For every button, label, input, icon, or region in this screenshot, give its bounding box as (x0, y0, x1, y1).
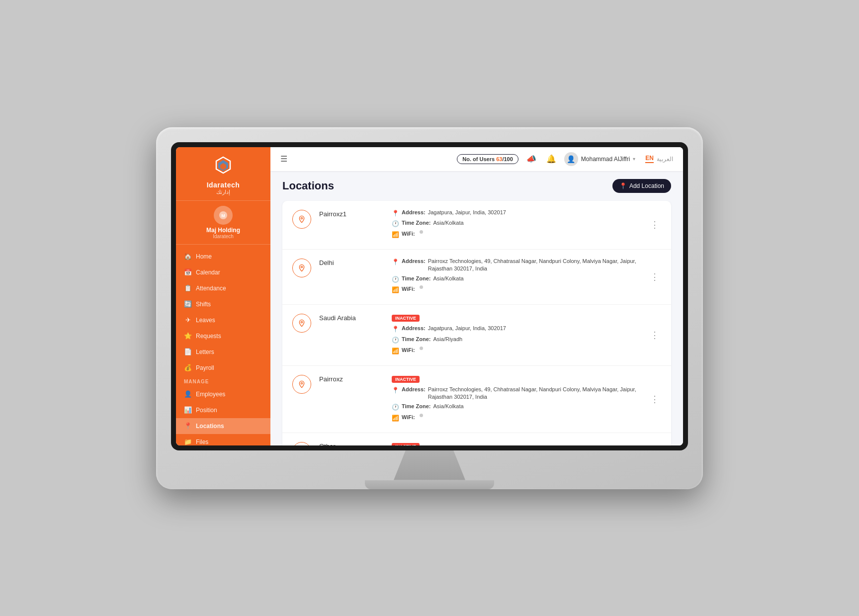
monitor-base (365, 480, 494, 489)
location-row: Other Inactive 📍 Address: Kumhrar, Patna… (282, 433, 671, 445)
sidebar-item-requests[interactable]: ⭐ Requests (176, 328, 270, 344)
sidebar-item-shifts[interactable]: 🔄 Shifts (176, 296, 270, 312)
clock-icon-3: 🕐 (392, 336, 399, 345)
address-line-1: 📍 Address: Jagatpura, Jaipur, India, 302… (392, 209, 640, 218)
location-details-2: 📍 Address: Pairroxz Technologies, 49, Ch… (392, 258, 640, 296)
main-content: ☰ No. of Users 63/100 📣 🔔 👤 Mohammad AlJ… (270, 147, 683, 445)
monitor: Idaratech إدارتك M Maj Holding Idaratech (156, 127, 703, 489)
wifi-icon-4: 📶 (392, 414, 399, 423)
sidebar-item-employees[interactable]: 👤 Employees (176, 386, 270, 402)
svg-point-7 (301, 322, 302, 323)
location-name-5: Other (319, 442, 384, 445)
lang-ar[interactable]: العربية (657, 156, 673, 163)
logo-icon (211, 155, 235, 179)
sidebar-item-letters[interactable]: 📄 Letters (176, 344, 270, 360)
location-row: Delhi 📍 Address: Pairroxz Technologies, … (282, 250, 671, 305)
location-row: Pairroxz1 📍 Address: Jagatpura, Jaipur, … (282, 201, 671, 250)
svg-point-5 (301, 217, 302, 219)
shifts-icon: 🔄 (184, 300, 192, 308)
menu-icon[interactable]: ☰ (280, 154, 287, 164)
lang-en[interactable]: EN (645, 155, 654, 163)
clock-icon-4: 🕐 (392, 403, 399, 412)
logo-area: Idaratech إدارتك (176, 147, 270, 201)
address-icon-3: 📍 (392, 325, 399, 334)
user-dropdown-icon: ▾ (633, 156, 635, 162)
user-name: Mohammad AlJiffri (581, 156, 630, 163)
address-line-3: 📍 Address: Jagatpura, Jaipur, India, 302… (392, 325, 640, 334)
location-name-3: Saudi Arabia (319, 314, 384, 322)
wifi-icon-2: 📶 (392, 286, 399, 294)
inactive-badge-5: Inactive (392, 443, 420, 445)
inactive-badge-4: Inactive (392, 376, 420, 383)
location-icon-4 (292, 375, 311, 394)
screen: Idaratech إدارتك M Maj Holding Idaratech (176, 147, 683, 445)
attendance-icon: 📋 (184, 284, 192, 292)
company-name: Maj Holding (182, 227, 264, 234)
requests-icon: ⭐ (184, 332, 192, 340)
clock-icon-2: 🕐 (392, 275, 399, 284)
sidebar-item-home[interactable]: 🏠 Home (176, 249, 270, 264)
wifi-dot-3 (420, 347, 423, 350)
location-icon-5 (292, 442, 311, 445)
wifi-line-1: 📶 WiFi: (392, 230, 640, 239)
page-title: Locations (282, 179, 334, 192)
locations-list: Pairroxz1 📍 Address: Jagatpura, Jaipur, … (282, 201, 671, 445)
topbar: ☰ No. of Users 63/100 📣 🔔 👤 Mohammad AlJ… (270, 147, 683, 171)
avatar: 👤 (564, 152, 578, 166)
address-icon-1: 📍 (392, 209, 399, 218)
page-content: Locations 📍 Add Location (270, 171, 683, 445)
monitor-stand (390, 450, 469, 480)
brand-arabic: إدارتك (182, 189, 264, 195)
timezone-line-3: 🕐 Time Zone: Asia/Riyadh (392, 336, 640, 345)
address-line-4: 📍 Address: Pairroxz Technologies, 49, Ch… (392, 386, 640, 401)
location-details-1: 📍 Address: Jagatpura, Jaipur, India, 302… (392, 209, 640, 241)
user-info[interactable]: 👤 Mohammad AlJiffri ▾ (564, 152, 635, 166)
timezone-line-2: 🕐 Time Zone: Asia/Kolkata (392, 275, 640, 284)
nav-section: 🏠 Home 📅 Calendar 📋 Attendance 🔄 Shifts (176, 245, 270, 445)
brand-name: Idaratech (182, 181, 264, 189)
bell-icon[interactable]: 🔔 (544, 152, 558, 166)
company-section: M Maj Holding Idaratech (176, 201, 270, 245)
location-icon-1 (292, 210, 311, 229)
location-icon-3 (292, 314, 311, 333)
location-menu-4[interactable]: ⋮ (648, 394, 661, 405)
sidebar-item-files[interactable]: 📁 Files (176, 434, 270, 445)
sidebar-item-leaves[interactable]: ✈ Leaves (176, 312, 270, 328)
svg-point-8 (301, 382, 302, 384)
page-header: Locations 📍 Add Location (282, 179, 671, 193)
clock-icon-1: 🕐 (392, 220, 399, 228)
inactive-badge-3: Inactive (392, 315, 420, 322)
files-icon: 📁 (184, 438, 192, 445)
location-details-3: Inactive 📍 Address: Jagatpura, Jaipur, I… (392, 313, 640, 357)
megaphone-icon[interactable]: 📣 (524, 152, 538, 166)
wifi-line-3: 📶 WiFi: (392, 347, 640, 355)
sidebar-item-payroll[interactable]: 💰 Payroll (176, 360, 270, 376)
wifi-line-2: 📶 WiFi: (392, 285, 640, 294)
users-badge: No. of Users 63/100 (457, 154, 518, 164)
payroll-icon: 💰 (184, 364, 192, 372)
wifi-dot-2 (420, 285, 423, 289)
location-menu-1[interactable]: ⋮ (648, 219, 661, 230)
location-menu-2[interactable]: ⋮ (648, 271, 661, 282)
sidebar: Idaratech إدارتك M Maj Holding Idaratech (176, 147, 270, 445)
sidebar-item-attendance[interactable]: 📋 Attendance (176, 280, 270, 296)
home-icon: 🏠 (184, 253, 192, 261)
sidebar-item-locations[interactable]: 📍 Locations (176, 418, 270, 434)
sidebar-item-calendar[interactable]: 📅 Calendar (176, 264, 270, 280)
location-details-4: Inactive 📍 Address: Pairroxz Technologie… (392, 374, 640, 425)
sidebar-item-position[interactable]: 📊 Position (176, 402, 270, 418)
location-row: Pairroxz Inactive 📍 Address: Pairroxz Te… (282, 366, 671, 433)
leaves-icon: ✈ (184, 316, 192, 324)
location-menu-3[interactable]: ⋮ (648, 330, 661, 341)
employees-icon: 👤 (184, 390, 192, 398)
wifi-dot-1 (420, 230, 423, 234)
position-icon: 📊 (184, 406, 192, 414)
screen-bezel: Idaratech إدارتك M Maj Holding Idaratech (171, 142, 688, 450)
address-line-2: 📍 Address: Pairroxz Technologies, 49, Ch… (392, 258, 640, 273)
wifi-icon-1: 📶 (392, 231, 399, 239)
company-sub: Idaratech (182, 234, 264, 239)
add-location-button[interactable]: 📍 Add Location (612, 179, 671, 193)
calendar-icon: 📅 (184, 268, 192, 276)
wifi-dot-4 (420, 414, 423, 417)
manage-label: MANAGE (176, 376, 270, 386)
